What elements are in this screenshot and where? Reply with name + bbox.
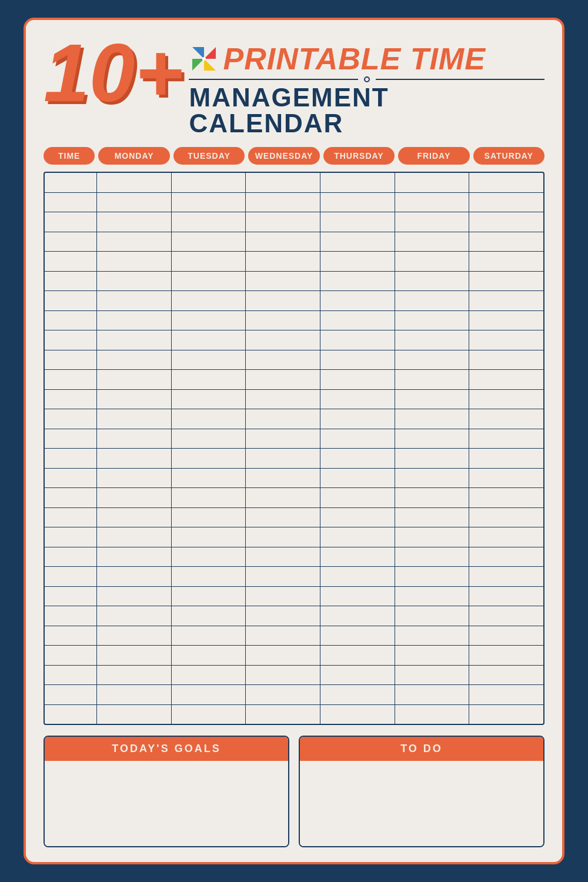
cell-time-row20[interactable] bbox=[45, 567, 97, 586]
cell-tuesday-row14[interactable] bbox=[172, 449, 246, 468]
cell-time-row26[interactable] bbox=[45, 685, 97, 704]
cell-tuesday-row26[interactable] bbox=[172, 685, 246, 704]
todo-body[interactable] bbox=[300, 761, 543, 846]
cell-friday-row27[interactable] bbox=[395, 705, 470, 724]
cell-monday-row16[interactable] bbox=[97, 488, 172, 507]
cell-friday-row5[interactable] bbox=[395, 272, 470, 291]
cell-saturday-row14[interactable] bbox=[469, 449, 543, 468]
cell-friday-row21[interactable] bbox=[395, 587, 470, 606]
cell-tuesday-row19[interactable] bbox=[172, 547, 246, 567]
cell-friday-row23[interactable] bbox=[395, 626, 470, 646]
cell-thursday-row17[interactable] bbox=[320, 508, 395, 527]
cell-thursday-row25[interactable] bbox=[320, 666, 395, 685]
cell-saturday-row21[interactable] bbox=[469, 587, 543, 606]
cell-friday-row15[interactable] bbox=[395, 469, 470, 488]
cell-monday-row6[interactable] bbox=[97, 291, 172, 310]
cell-saturday-row15[interactable] bbox=[469, 469, 543, 488]
cell-monday-row26[interactable] bbox=[97, 685, 172, 704]
cell-tuesday-row27[interactable] bbox=[172, 705, 246, 724]
cell-wednesday-row25[interactable] bbox=[246, 666, 320, 685]
cell-friday-row7[interactable] bbox=[395, 311, 470, 330]
cell-monday-row2[interactable] bbox=[97, 212, 172, 232]
cell-tuesday-row17[interactable] bbox=[172, 508, 246, 527]
cell-wednesday-row24[interactable] bbox=[246, 646, 320, 665]
cell-wednesday-row0[interactable] bbox=[246, 173, 320, 192]
cell-wednesday-row21[interactable] bbox=[246, 587, 320, 606]
cell-monday-row9[interactable] bbox=[97, 350, 172, 370]
cell-thursday-row15[interactable] bbox=[320, 469, 395, 488]
cell-saturday-row8[interactable] bbox=[469, 330, 543, 350]
cell-wednesday-row10[interactable] bbox=[246, 370, 320, 389]
cell-thursday-row6[interactable] bbox=[320, 291, 395, 310]
cell-time-row4[interactable] bbox=[45, 252, 97, 271]
cell-friday-row19[interactable] bbox=[395, 547, 470, 567]
cell-thursday-row5[interactable] bbox=[320, 272, 395, 291]
cell-saturday-row17[interactable] bbox=[469, 508, 543, 527]
cell-tuesday-row18[interactable] bbox=[172, 527, 246, 547]
cell-time-row13[interactable] bbox=[45, 429, 97, 449]
cell-wednesday-row15[interactable] bbox=[246, 469, 320, 488]
cell-monday-row27[interactable] bbox=[97, 705, 172, 724]
cell-tuesday-row10[interactable] bbox=[172, 370, 246, 389]
cell-wednesday-row16[interactable] bbox=[246, 488, 320, 507]
cell-saturday-row16[interactable] bbox=[469, 488, 543, 507]
cell-saturday-row24[interactable] bbox=[469, 646, 543, 665]
cell-saturday-row3[interactable] bbox=[469, 232, 543, 252]
cell-friday-row1[interactable] bbox=[395, 193, 470, 212]
cell-wednesday-row1[interactable] bbox=[246, 193, 320, 212]
cell-thursday-row22[interactable] bbox=[320, 606, 395, 626]
cell-tuesday-row16[interactable] bbox=[172, 488, 246, 507]
cell-wednesday-row20[interactable] bbox=[246, 567, 320, 586]
cell-monday-row21[interactable] bbox=[97, 587, 172, 606]
cell-saturday-row7[interactable] bbox=[469, 311, 543, 330]
cell-time-row22[interactable] bbox=[45, 606, 97, 626]
cell-tuesday-row12[interactable] bbox=[172, 409, 246, 429]
cell-monday-row0[interactable] bbox=[97, 173, 172, 192]
cell-time-row17[interactable] bbox=[45, 508, 97, 527]
cell-friday-row16[interactable] bbox=[395, 488, 470, 507]
cell-tuesday-row25[interactable] bbox=[172, 666, 246, 685]
cell-time-row3[interactable] bbox=[45, 232, 97, 252]
cell-time-row2[interactable] bbox=[45, 212, 97, 232]
cell-thursday-row26[interactable] bbox=[320, 685, 395, 704]
cell-saturday-row20[interactable] bbox=[469, 567, 543, 586]
cell-thursday-row4[interactable] bbox=[320, 252, 395, 271]
cell-monday-row19[interactable] bbox=[97, 547, 172, 567]
cell-saturday-row22[interactable] bbox=[469, 606, 543, 626]
cell-wednesday-row11[interactable] bbox=[246, 390, 320, 409]
cell-friday-row2[interactable] bbox=[395, 212, 470, 232]
cell-friday-row24[interactable] bbox=[395, 646, 470, 665]
cell-tuesday-row7[interactable] bbox=[172, 311, 246, 330]
cell-tuesday-row0[interactable] bbox=[172, 173, 246, 192]
cell-saturday-row0[interactable] bbox=[469, 173, 543, 192]
cell-monday-row23[interactable] bbox=[97, 626, 172, 646]
cell-saturday-row19[interactable] bbox=[469, 547, 543, 567]
cell-wednesday-row7[interactable] bbox=[246, 311, 320, 330]
cell-monday-row24[interactable] bbox=[97, 646, 172, 665]
cell-time-row19[interactable] bbox=[45, 547, 97, 567]
cell-friday-row14[interactable] bbox=[395, 449, 470, 468]
cell-thursday-row18[interactable] bbox=[320, 527, 395, 547]
cell-wednesday-row14[interactable] bbox=[246, 449, 320, 468]
cell-wednesday-row13[interactable] bbox=[246, 429, 320, 449]
cell-thursday-row19[interactable] bbox=[320, 547, 395, 567]
cell-thursday-row9[interactable] bbox=[320, 350, 395, 370]
cell-time-row1[interactable] bbox=[45, 193, 97, 212]
cell-friday-row12[interactable] bbox=[395, 409, 470, 429]
cell-tuesday-row11[interactable] bbox=[172, 390, 246, 409]
cell-tuesday-row4[interactable] bbox=[172, 252, 246, 271]
cell-thursday-row13[interactable] bbox=[320, 429, 395, 449]
cell-wednesday-row2[interactable] bbox=[246, 212, 320, 232]
cell-friday-row0[interactable] bbox=[395, 173, 470, 192]
cell-time-row18[interactable] bbox=[45, 527, 97, 547]
cell-friday-row10[interactable] bbox=[395, 370, 470, 389]
cell-tuesday-row13[interactable] bbox=[172, 429, 246, 449]
cell-thursday-row24[interactable] bbox=[320, 646, 395, 665]
cell-thursday-row10[interactable] bbox=[320, 370, 395, 389]
cell-thursday-row3[interactable] bbox=[320, 232, 395, 252]
cell-monday-row17[interactable] bbox=[97, 508, 172, 527]
cell-tuesday-row3[interactable] bbox=[172, 232, 246, 252]
cell-saturday-row9[interactable] bbox=[469, 350, 543, 370]
cell-monday-row25[interactable] bbox=[97, 666, 172, 685]
cell-monday-row15[interactable] bbox=[97, 469, 172, 488]
